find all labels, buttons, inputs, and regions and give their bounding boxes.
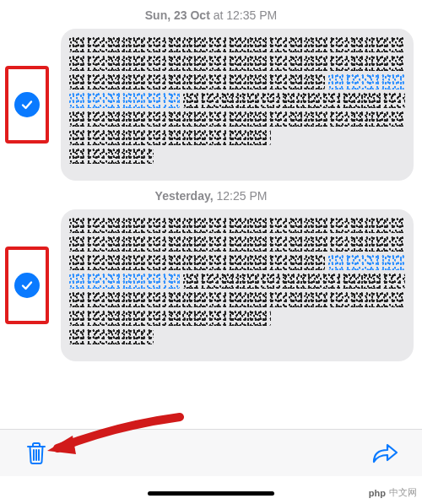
watermark: php 中文网 [369, 486, 417, 499]
timestamp: Sun, 23 Oct at 12:35 PM [0, 8, 422, 22]
watermark-text: 中文网 [389, 486, 417, 499]
selection-control[interactable] [5, 66, 49, 144]
redacted-content [69, 218, 405, 353]
forward-arrow-icon [371, 442, 400, 465]
timestamp-date: Yesterday, [155, 189, 214, 203]
timestamp: Yesterday, 12:25 PM [0, 189, 422, 203]
delete-button[interactable] [22, 439, 51, 468]
redacted-content [69, 37, 405, 172]
trash-icon [24, 441, 48, 466]
watermark-brand: php [369, 488, 386, 498]
action-toolbar [0, 429, 422, 476]
home-indicator[interactable] [148, 491, 274, 496]
timestamp-date: Sun, 23 Oct [145, 8, 210, 22]
timestamp-time: at 12:35 PM [210, 8, 277, 22]
forward-button[interactable] [371, 439, 400, 468]
check-icon [20, 279, 34, 292]
selection-control[interactable] [5, 247, 49, 324]
selected-checkmark[interactable] [14, 273, 40, 298]
conversation-area: Sun, 23 Oct at 12:35 PM Yesterday [0, 0, 422, 431]
message-bubble[interactable] [61, 209, 414, 361]
message-row[interactable] [0, 29, 422, 181]
check-icon [20, 98, 34, 111]
timestamp-time: 12:25 PM [214, 189, 268, 203]
selected-checkmark[interactable] [14, 92, 40, 117]
message-bubble[interactable] [61, 29, 414, 181]
message-row[interactable] [0, 209, 422, 361]
